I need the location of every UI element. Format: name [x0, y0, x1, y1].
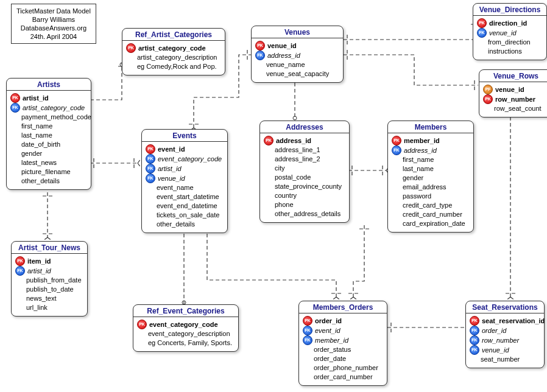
attribute-text: phone — [275, 200, 294, 209]
attribute-text: event_category_description — [148, 329, 230, 338]
spacer-icon — [264, 183, 272, 191]
attribute-row: address_line_1 — [264, 145, 345, 155]
spacer-icon — [264, 210, 272, 219]
attribute-text: email_address — [403, 183, 446, 192]
attribute-row: city — [264, 164, 345, 173]
attribute-text: artist_id — [23, 94, 49, 103]
attribute-text: address_id — [267, 51, 300, 60]
attribute-text: credit_card_type — [403, 201, 452, 210]
attribute-row: latest_news — [10, 158, 87, 167]
attribute-text: first_name — [403, 155, 434, 164]
pk-icon — [264, 136, 274, 145]
fk-icon — [303, 326, 312, 335]
attribute-row: order_card_number — [303, 373, 383, 382]
pk-icon — [255, 41, 265, 51]
attribute-row: first_name — [392, 155, 470, 164]
spacer-icon — [10, 168, 19, 177]
spacer-icon — [10, 141, 19, 149]
spacer-icon — [146, 202, 154, 211]
entity-title: Venue_Directions — [473, 4, 546, 16]
spacer-icon — [10, 159, 19, 167]
attribute-text: address_id — [276, 136, 311, 145]
fk-icon — [10, 103, 20, 113]
attribute-text: password — [403, 192, 431, 201]
attribute-row: member_id — [392, 136, 470, 145]
spacer-icon — [15, 285, 24, 294]
entity-body-seat-reservations: seat_reservation_idorder_idrow_numberven… — [466, 313, 544, 368]
svg-point-2 — [293, 116, 297, 120]
entity-body-venues: venue_idaddress_idvenue_namevenue_seat_c… — [252, 38, 343, 82]
spacer-icon — [477, 47, 485, 56]
attribute-text: order_phone_number — [314, 363, 378, 373]
attribute-text: tickets_on_sale_date — [157, 211, 219, 220]
spacer-icon — [470, 355, 478, 364]
entity-title: Members_Orders — [299, 301, 387, 313]
attribute-text: other_details — [157, 220, 195, 229]
entity-artist-tour-news: Artist_Tour_News item_idartist_idpublish… — [11, 241, 88, 317]
attribute-row: other_details — [146, 220, 224, 229]
attribute-text: event_category_code — [158, 155, 222, 164]
attribute-text: event_category_code — [149, 320, 218, 329]
entity-artists: Artists artist_idartist_category_codepay… — [6, 78, 91, 190]
info-line: 24th. April 2004 — [16, 32, 91, 41]
entity-body-venue-directions: direction_idvenue_idfrom_directioninstru… — [473, 16, 546, 60]
spacer-icon — [264, 155, 272, 164]
attribute-text: seat_reservation_id — [482, 317, 545, 326]
attribute-row: event_id — [303, 326, 383, 335]
attribute-text: publish_from_date — [26, 276, 82, 285]
entity-body-venue-rows: venue_idrow_numberrow_seat_count — [479, 82, 547, 117]
attribute-row: venue_id — [477, 28, 543, 38]
entity-ref-event-categories: Ref_Event_Categories event_category_code… — [133, 304, 239, 352]
attribute-row: other_address_details — [264, 209, 345, 219]
pk-icon — [477, 18, 487, 28]
spacer-icon — [303, 364, 311, 373]
spacer-icon — [392, 211, 400, 219]
attribute-row: artist_category_code — [10, 103, 87, 113]
fk-icon — [15, 266, 25, 276]
spacer-icon — [10, 113, 19, 122]
spacer-icon — [392, 192, 400, 201]
spacer-icon — [483, 105, 492, 113]
attribute-row: venue_id — [146, 173, 224, 183]
spacer-icon — [477, 38, 485, 47]
entity-title: Artists — [7, 79, 91, 91]
spacer-icon — [392, 174, 400, 183]
attribute-text: row_number — [495, 95, 535, 104]
attribute-row: event_category_code — [137, 320, 235, 329]
attribute-row: other_details — [10, 177, 87, 186]
spacer-icon — [10, 131, 19, 140]
pk-icon — [303, 316, 312, 326]
attribute-text: event_name — [157, 183, 194, 192]
spacer-icon — [392, 165, 400, 173]
attribute-text: address_line_2 — [275, 155, 320, 164]
attribute-row: order_date — [303, 354, 383, 363]
attribute-text: artist_id — [158, 164, 182, 173]
attribute-row: artist_id — [10, 93, 87, 103]
attribute-text: date_of_birth — [21, 140, 60, 149]
attribute-row: order_id — [470, 326, 540, 335]
entity-events: Events event_idevent_category_codeartist… — [141, 129, 228, 233]
fk-icon — [303, 335, 312, 345]
attribute-row: address_id — [264, 136, 345, 145]
spacer-icon — [146, 211, 154, 220]
attribute-text: other_address_details — [275, 209, 341, 219]
attribute-row: event_category_description — [137, 329, 235, 338]
attribute-text: venue_id — [158, 174, 185, 183]
spacer-icon — [10, 150, 19, 158]
pk-icon — [10, 93, 20, 103]
attribute-row: url_link — [15, 303, 83, 312]
attribute-text: item_id — [27, 257, 51, 266]
entity-venues: Venues venue_idaddress_idvenue_namevenue… — [251, 26, 344, 83]
entity-body-addresses: address_idaddress_line_1address_line_2ci… — [260, 133, 349, 222]
attribute-row: tickets_on_sale_date — [146, 211, 224, 220]
attribute-text: country — [275, 191, 297, 200]
attribute-text: gender — [21, 149, 42, 158]
attribute-text: event_start_datetime — [157, 192, 219, 201]
attribute-row: venue_name — [255, 60, 339, 69]
spacer-icon — [146, 220, 154, 229]
entity-body-ref-event-categories: event_category_codeevent_category_descri… — [133, 317, 238, 351]
attribute-row: row_number — [470, 335, 540, 345]
attribute-row: address_id — [255, 51, 339, 60]
entity-body-artist-tour-news: item_idartist_idpublish_from_datepublish… — [12, 254, 87, 316]
attribute-row: row_number — [483, 94, 547, 104]
